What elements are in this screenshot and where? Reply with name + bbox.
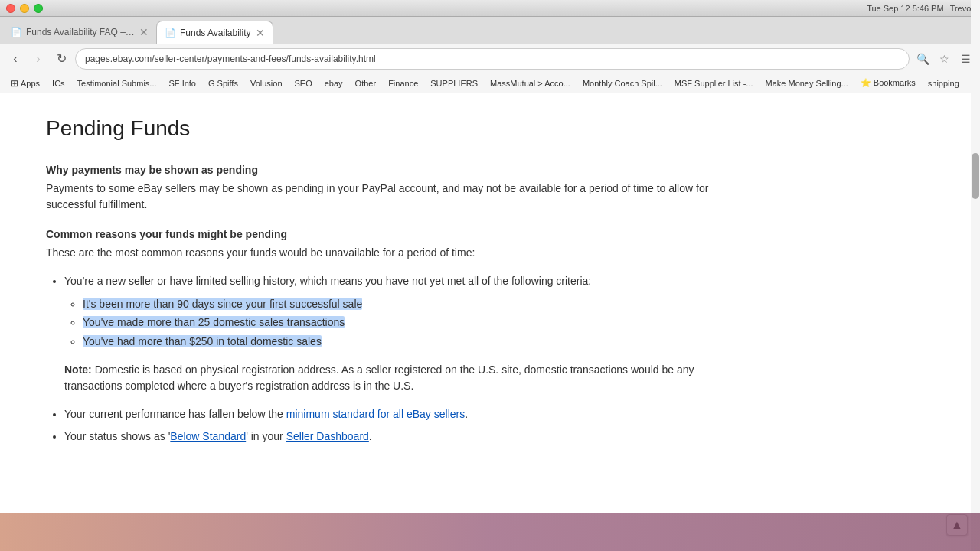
bookmark-seo-label: SEO (295, 79, 312, 88)
bullet1: You're a new seller or have limited sell… (64, 273, 720, 350)
bookmark-ics[interactable]: ICs (47, 77, 70, 90)
titlebar-right: Tue Sep 12 5:46 PM Trevor (867, 4, 974, 13)
sub-bullet1: It's been more than 90 days since your f… (83, 295, 720, 312)
tab1-label: Funds Availability FAQ – PayPal ... (26, 27, 135, 37)
url-text: pages.ebay.com/seller-center/payments-an… (85, 54, 376, 64)
bullet3-prefix: Your status shows as ' (64, 430, 170, 442)
bullet2-prefix: Your current performance has fallen belo… (64, 408, 286, 420)
bookmark-bookmarks-label: ⭐ Bookmarks (861, 78, 916, 88)
sub-bullet3: You've had more than $250 in total domes… (83, 333, 720, 350)
bookmark-volusion[interactable]: Volusion (246, 77, 287, 90)
bookmark-finance-label: Finance (388, 79, 418, 88)
sub-bullet3-text: You've had more than $250 in total domes… (83, 335, 322, 347)
bookmark-makemoney[interactable]: Make Money Selling... (761, 77, 853, 90)
back-button[interactable]: ‹ (6, 50, 24, 68)
bullet3: Your status shows as 'Below Standard' in… (64, 429, 720, 445)
tab-2[interactable]: 📄 Funds Availability ✕ (156, 21, 273, 44)
bullet2: Your current performance has fallen belo… (64, 406, 720, 422)
bookmark-msf-label: MSF Supplier List -... (675, 79, 753, 88)
sub-bullet-list: It's been more than 90 days since your f… (64, 295, 720, 350)
bookmark-ebay[interactable]: ebay (320, 77, 348, 90)
titlebar-time: Tue Sep 12 5:46 PM (867, 4, 944, 13)
search-icon[interactable]: 🔍 (914, 51, 931, 67)
bookmark-coach-label: Monthly Coach Spil... (583, 79, 662, 88)
bookmark-icon[interactable]: ☆ (936, 51, 952, 67)
traffic-lights (6, 4, 43, 13)
page-content: Pending Funds Why payments may be shown … (0, 93, 766, 487)
bookmark-apps-label: Apps (21, 79, 40, 88)
bookmark-bookmarks[interactable]: ⭐ Bookmarks (856, 77, 920, 90)
tab2-favicon: 📄 (165, 28, 175, 38)
sub-bullet2-text: You've made more than 25 domestic sales … (83, 316, 345, 328)
tabbar: 📄 Funds Availability FAQ – PayPal ... ✕ … (0, 17, 980, 44)
bookmark-finance[interactable]: Finance (384, 77, 423, 90)
tab1-close[interactable]: ✕ (139, 26, 149, 38)
bookmark-suppliers-label: SUPPLIERS (430, 79, 478, 88)
bookmark-apps[interactable]: ⊞ Apps (6, 77, 44, 90)
section2-heading: Common reasons your funds might be pendi… (46, 228, 720, 240)
bookmark-shipping-label: shipping (928, 79, 959, 88)
main-bullet-list-2: Your current performance has fallen belo… (46, 406, 720, 445)
seller-dashboard-link[interactable]: Seller Dashboard (286, 430, 369, 442)
below-standard-link[interactable]: Below Standard (170, 430, 246, 442)
titlebar: Tue Sep 12 5:46 PM Trevor (0, 0, 980, 17)
bookmark-makemoney-label: Make Money Selling... (766, 79, 848, 88)
tab2-close[interactable]: ✕ (256, 27, 265, 39)
bookmark-testimonial-label: Testimonial Submis... (77, 79, 157, 88)
addressbar: ‹ › ↻ pages.ebay.com/seller-center/payme… (0, 44, 980, 73)
bookmark-shipping[interactable]: shipping (923, 77, 964, 90)
section2-intro: These are the most common reasons your f… (46, 245, 720, 261)
maximize-button[interactable] (34, 4, 43, 13)
reload-button[interactable]: ↻ (52, 50, 70, 68)
bullet1-text: You're a new seller or have limited sell… (64, 275, 591, 287)
tab-1[interactable]: 📄 Funds Availability FAQ – PayPal ... ✕ (3, 21, 156, 44)
main-bullet-list: You're a new seller or have limited sell… (46, 273, 720, 350)
minimum-standard-link[interactable]: minimum standard for all eBay sellers (286, 408, 465, 420)
bookmark-massmutual-label: MassMutual > Acco... (490, 79, 570, 88)
forward-button[interactable]: › (29, 50, 47, 68)
tab1-favicon: 📄 (11, 27, 21, 37)
scrollbar-track (971, 0, 980, 487)
bookmark-seo[interactable]: SEO (290, 77, 317, 90)
bookmark-ics-label: ICs (52, 79, 65, 88)
bookmarks-bar: ⊞ Apps ICs Testimonial Submis... SF Info… (0, 73, 980, 93)
bookmark-other-label: Other (355, 79, 377, 88)
sub-bullet2: You've made more than 25 domestic sales … (83, 314, 720, 331)
bookmark-spiffs-label: G Spiffs (208, 79, 238, 88)
bookmark-testimonial[interactable]: Testimonial Submis... (73, 77, 162, 90)
bookmark-sf[interactable]: SF Info (165, 77, 201, 90)
url-bar[interactable]: pages.ebay.com/seller-center/payments-an… (75, 48, 910, 70)
minimize-button[interactable] (20, 4, 29, 13)
bullet3-suffix: . (369, 430, 372, 442)
bookmark-massmutual[interactable]: MassMutual > Acco... (485, 77, 575, 90)
bullet2-suffix: . (465, 408, 468, 420)
section1-heading: Why payments may be shown as pending (46, 164, 720, 176)
bullet3-middle: ' in your (246, 430, 286, 442)
apps-icon: ⊞ (11, 78, 18, 89)
note-text: Note: Domestic is based on physical regi… (64, 362, 720, 394)
bookmark-spiffs[interactable]: G Spiffs (204, 77, 243, 90)
addressbar-actions: 🔍 ☆ ☰ (914, 51, 974, 67)
close-button[interactable] (6, 4, 15, 13)
bookmark-volusion-label: Volusion (250, 79, 283, 88)
bookmark-suppliers[interactable]: SUPPLIERS (426, 77, 482, 90)
sub-bullet1-text: It's been more than 90 days since your f… (83, 298, 362, 310)
page-title: Pending Funds (46, 116, 720, 141)
section1-text: Payments to some eBay sellers may be sho… (46, 181, 720, 213)
bookmark-sf-label: SF Info (169, 79, 196, 88)
scrollbar-thumb[interactable] (972, 153, 979, 199)
tab2-label: Funds Availability (180, 28, 251, 38)
bookmark-ebay-label: ebay (325, 79, 343, 88)
bookmark-other[interactable]: Other (351, 77, 381, 90)
bookmark-msf[interactable]: MSF Supplier List -... (670, 77, 758, 90)
bookmark-coach[interactable]: Monthly Coach Spil... (578, 77, 667, 90)
